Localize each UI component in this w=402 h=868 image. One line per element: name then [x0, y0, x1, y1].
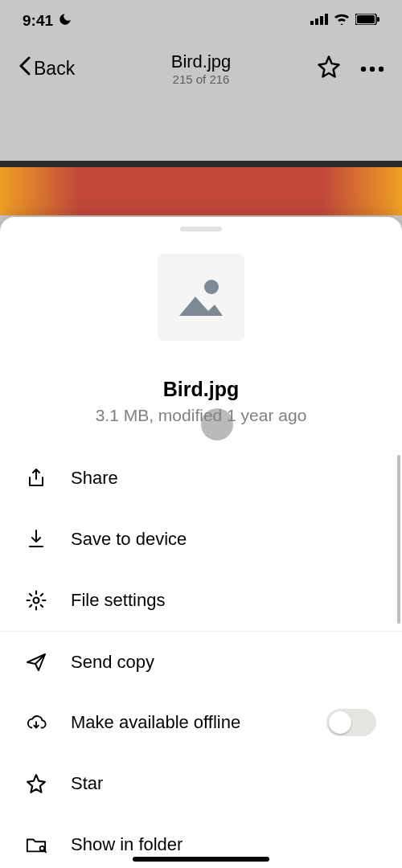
folder-search-icon [26, 834, 47, 855]
nav-subtitle: 215 of 216 [171, 72, 232, 86]
svg-point-9 [379, 67, 384, 72]
svg-rect-3 [325, 14, 328, 25]
svg-rect-6 [377, 17, 379, 22]
menu-item-star[interactable]: Star [0, 753, 402, 814]
menu-label: Share [71, 468, 376, 489]
back-label: Back [34, 58, 75, 80]
gear-icon [26, 590, 47, 611]
nav-title: Bird.jpg [171, 51, 232, 72]
back-button[interactable]: Back [18, 56, 75, 80]
file-thumbnail [158, 254, 244, 341]
menu-label: Send copy [71, 652, 376, 673]
share-icon [26, 468, 47, 489]
battery-icon [355, 14, 379, 28]
menu-label: File settings [71, 590, 376, 611]
bottom-sheet: Bird.jpg 3.1 MB, modified 1 year ago Sha… [0, 217, 402, 868]
image-placeholder-icon [173, 274, 229, 321]
svg-rect-5 [357, 15, 375, 23]
svg-point-10 [204, 280, 219, 294]
menu-item-share[interactable]: Share [0, 448, 402, 509]
chevron-left-icon [18, 56, 31, 80]
scrollbar[interactable] [397, 455, 400, 624]
svg-point-8 [370, 67, 375, 72]
svg-rect-2 [320, 16, 323, 25]
menu-item-save[interactable]: Save to device [0, 509, 402, 570]
menu-label: Show in folder [71, 834, 376, 855]
sheet-grabber[interactable] [180, 227, 222, 231]
cellular-icon [310, 14, 328, 28]
menu-item-send-copy[interactable]: Send copy [0, 631, 402, 692]
svg-rect-1 [315, 18, 318, 25]
menu-item-offline[interactable]: Make available offline [0, 692, 402, 753]
star-icon [26, 773, 47, 794]
menu-label: Save to device [71, 529, 376, 550]
nav-title-block: Bird.jpg 215 of 216 [171, 51, 232, 86]
more-icon[interactable] [360, 61, 384, 76]
status-time: 9:41 [23, 12, 53, 30]
image-border [0, 161, 402, 167]
sheet-filename: Bird.jpg [0, 378, 402, 401]
touch-indicator [201, 408, 233, 440]
menu-label: Make available offline [71, 712, 302, 733]
moon-icon [58, 12, 72, 30]
svg-point-7 [361, 67, 366, 72]
menu-label: Star [71, 773, 376, 794]
paper-plane-icon [26, 652, 47, 673]
cloud-download-icon [26, 712, 47, 733]
menu-item-settings[interactable]: File settings [0, 570, 402, 631]
nav-bar: Back Bird.jpg 215 of 216 [0, 42, 402, 95]
download-icon [26, 529, 47, 550]
svg-point-11 [34, 598, 39, 604]
status-bar: 9:41 [0, 0, 402, 42]
wifi-icon [334, 14, 350, 28]
star-outline-icon[interactable] [317, 55, 341, 82]
svg-rect-0 [310, 21, 314, 25]
image-preview-bg [0, 167, 402, 215]
action-menu: Share Save to device File settings Send … [0, 448, 402, 868]
home-indicator[interactable] [133, 857, 269, 862]
offline-toggle[interactable] [326, 709, 376, 736]
